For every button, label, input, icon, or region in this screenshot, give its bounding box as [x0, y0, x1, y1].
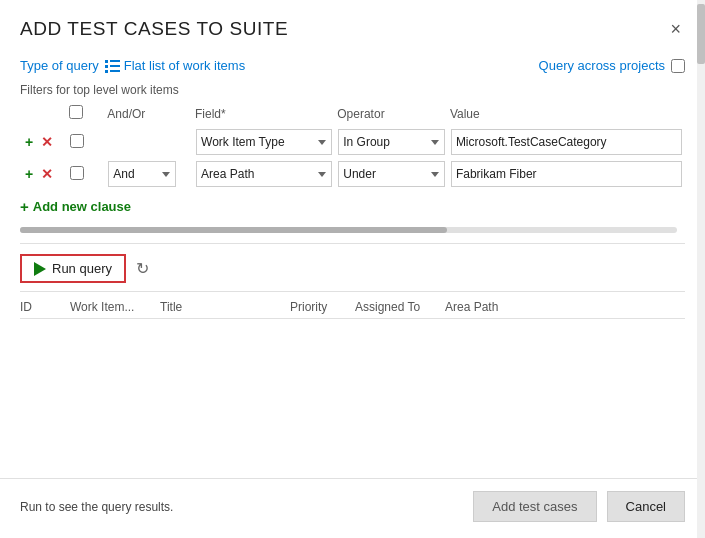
row1-checkbox-cell [67, 126, 105, 158]
row1-value-cell [448, 126, 685, 158]
svg-rect-2 [105, 65, 108, 68]
row1-operator-select[interactable]: In Group Under = [338, 129, 445, 155]
col-header-andor: And/Or [105, 103, 193, 126]
col-header-value: Value [448, 103, 685, 126]
col-header-operator: Operator [335, 103, 448, 126]
row2-checkbox[interactable] [70, 166, 84, 180]
results-col-id: ID [20, 300, 70, 314]
svg-rect-1 [110, 60, 120, 62]
svg-rect-4 [105, 70, 108, 73]
row2-field-select[interactable]: Area Path Work Item Type Assigned To [196, 161, 332, 187]
row2-field-cell: Area Path Work Item Type Assigned To [193, 158, 335, 190]
v-scroll-thumb [697, 4, 705, 64]
query-type-left: Type of query Flat list of work items [20, 58, 245, 73]
footer-buttons: Add test cases Cancel [473, 491, 685, 522]
dialog-header: ADD TEST CASES TO SUITE × [0, 0, 705, 50]
list-icon [105, 59, 121, 73]
row1-value-input[interactable] [451, 129, 682, 155]
row2-value-cell [448, 158, 685, 190]
play-icon [34, 262, 46, 276]
run-query-row: Run query ↻ [20, 244, 685, 291]
svg-rect-3 [110, 65, 120, 67]
filters-label: Filters for top level work items [20, 83, 685, 97]
row1-field-cell: Work Item Type Area Path Assigned To [193, 126, 335, 158]
close-button[interactable]: × [666, 18, 685, 40]
row2-andor-select[interactable]: And Or [108, 161, 176, 187]
type-of-query-label: Type of query [20, 58, 99, 73]
cancel-button[interactable]: Cancel [607, 491, 685, 522]
row1-andor-cell [105, 126, 193, 158]
footer-note: Run to see the query results. [20, 500, 173, 514]
results-col-areapath: Area Path [445, 300, 545, 314]
row2-icons: + ✕ [20, 158, 67, 190]
query-across-checkbox[interactable] [671, 59, 685, 73]
col-header-icons [20, 103, 67, 126]
results-header-row: ID Work Item... Title Priority Assigned … [20, 292, 685, 319]
row2-operator-select[interactable]: Under In Group = [338, 161, 445, 187]
filter-table: And/Or Field* Operator Value + ✕ [20, 103, 685, 190]
dialog-title: ADD TEST CASES TO SUITE [20, 18, 288, 40]
results-col-priority: Priority [290, 300, 355, 314]
query-type-row: Type of query Flat list of work items Qu… [20, 58, 685, 73]
add-clause-label: Add new clause [33, 199, 131, 214]
row1-remove-button[interactable]: ✕ [39, 134, 55, 150]
row1-icons: + ✕ [20, 126, 67, 158]
row1-field-select[interactable]: Work Item Type Area Path Assigned To [196, 129, 332, 155]
flat-list-label: Flat list of work items [124, 58, 245, 73]
add-test-cases-dialog: ADD TEST CASES TO SUITE × Type of query … [0, 0, 705, 538]
run-query-button[interactable]: Run query [20, 254, 126, 283]
row2-value-input[interactable] [451, 161, 682, 187]
row2-checkbox-cell [67, 158, 105, 190]
row1-checkbox[interactable] [70, 134, 84, 148]
dialog-footer: Run to see the query results. Add test c… [0, 478, 705, 538]
results-col-title: Title [160, 300, 290, 314]
flat-list-link[interactable]: Flat list of work items [105, 58, 245, 73]
horizontal-scrollbar[interactable] [20, 227, 677, 233]
col-header-checkbox [67, 103, 105, 126]
row1-add-button[interactable]: + [23, 134, 35, 150]
row2-add-button[interactable]: + [23, 166, 35, 182]
scrollbar-thumb [20, 227, 447, 233]
results-empty-area [20, 319, 685, 478]
filter-row-1: + ✕ Work Item Type Area Path Assigned To [20, 126, 685, 158]
vertical-scrollbar[interactable] [697, 0, 705, 538]
query-across-label: Query across projects [539, 58, 665, 73]
row1-operator-cell: In Group Under = [335, 126, 448, 158]
svg-rect-0 [105, 60, 108, 63]
results-col-assigned: Assigned To [355, 300, 445, 314]
redo-button[interactable]: ↻ [136, 259, 149, 278]
col-header-field: Field* [193, 103, 335, 126]
run-query-label: Run query [52, 261, 112, 276]
filter-row-2: + ✕ And Or Area Path [20, 158, 685, 190]
add-clause-row[interactable]: + Add new clause [20, 198, 685, 215]
results-col-workitem: Work Item... [70, 300, 160, 314]
row2-remove-button[interactable]: ✕ [39, 166, 55, 182]
add-test-cases-button: Add test cases [473, 491, 596, 522]
row2-operator-cell: Under In Group = [335, 158, 448, 190]
query-across-projects: Query across projects [539, 58, 685, 73]
dialog-body: Type of query Flat list of work items Qu… [0, 50, 705, 478]
svg-rect-5 [110, 70, 120, 72]
row2-andor-cell: And Or [105, 158, 193, 190]
add-clause-plus-icon: + [20, 198, 29, 215]
header-checkbox[interactable] [69, 105, 83, 119]
